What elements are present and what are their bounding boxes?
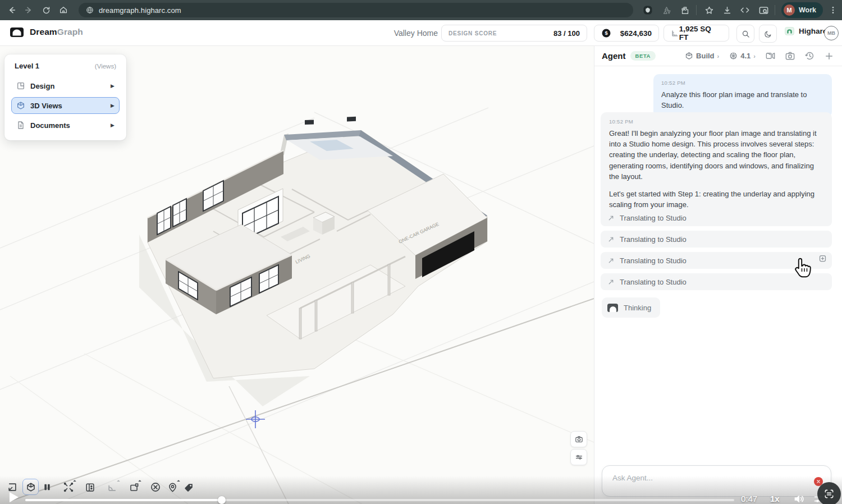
org-chip[interactable]: Higharc [785, 27, 827, 35]
dreamgraph-logo-icon [10, 28, 24, 37]
sidebar-item-design[interactable]: Design ▶ [11, 77, 120, 94]
tool-layout-button[interactable] [83, 480, 97, 494]
translate-arrow-icon [607, 236, 615, 243]
extension-recycle-button[interactable] [660, 3, 673, 17]
chevron-icon: › [717, 53, 720, 59]
video-scrubber-knob[interactable] [218, 496, 226, 504]
task-translating-3[interactable]: Translating to Studio [601, 252, 832, 269]
level-title: Level 1 [15, 62, 39, 70]
screenshot-view-button[interactable] [570, 431, 587, 447]
crescent-moon-icon [764, 30, 772, 38]
area-value: 1,925 SQ FT [679, 25, 722, 42]
project-name: Valley Home [392, 29, 438, 38]
build-label: Build [696, 52, 715, 60]
capture-view-icon[interactable] [765, 51, 776, 61]
tool-section-button[interactable] [40, 480, 54, 494]
add-to-canvas-icon [818, 254, 827, 263]
chevron-right-icon: ▶ [111, 83, 115, 89]
expand-task-button[interactable] [818, 254, 827, 263]
brand-bold: Dream [30, 27, 57, 36]
capture-overlay-button[interactable] [817, 482, 841, 504]
video-volume-button[interactable] [793, 493, 805, 504]
protractor-angle-icon [107, 482, 118, 493]
price-pill[interactable]: $ $624,630 [594, 25, 659, 42]
browser-profile-chip[interactable]: M Work [781, 2, 823, 18]
back-arrow-icon [7, 6, 16, 15]
browser-forward-button[interactable] [21, 3, 36, 17]
build-mode-selector[interactable]: Build › [685, 52, 719, 60]
thinking-label: Thinking [624, 304, 651, 312]
history-icon[interactable] [804, 51, 815, 61]
tool-draw-rectangle-button[interactable] [126, 480, 141, 494]
chevron-right-icon: ▶ [111, 103, 115, 108]
stop-x-icon [816, 479, 821, 484]
browser-menu-button[interactable] [826, 3, 840, 17]
tool-place-marker-button[interactable] [165, 480, 180, 494]
build-box-icon [685, 52, 693, 60]
pause-bars-icon [43, 483, 52, 492]
message-timestamp: 10:52 PM [661, 80, 824, 86]
translate-arrow-icon [607, 214, 615, 222]
brand-light: Graph [57, 27, 83, 36]
search-tabs-button[interactable] [757, 3, 770, 17]
tool-exclude-button[interactable] [148, 480, 163, 494]
chevron-right-icon: ▶ [111, 122, 115, 128]
sidebar-item-label: 3D Views [30, 102, 106, 110]
bookmark-star-button[interactable] [702, 3, 716, 17]
browser-reload-button[interactable] [39, 3, 53, 17]
user-avatar[interactable]: MB [824, 26, 839, 40]
agent-message-bubble: 10:52 PM Great! I'll begin analyzing you… [601, 112, 832, 218]
ask-agent-input[interactable] [611, 470, 799, 485]
kebab-menu-icon [829, 6, 838, 15]
beta-badge: BETA [630, 51, 656, 61]
agent-panel-header: Agent BETA Build › 4.1 › [594, 46, 842, 66]
sidebar-item-3d-views[interactable]: 3D Views ▶ [11, 97, 120, 114]
extension-badge-button[interactable] [641, 3, 655, 17]
video-speed-button[interactable]: 1x [770, 494, 780, 503]
browser-back-button[interactable] [4, 3, 19, 17]
model-version: 4.1 [740, 52, 751, 60]
tab-search-icon [758, 5, 769, 16]
extensions-menu-button[interactable] [678, 3, 692, 17]
task-label: Translating to Studio [620, 278, 687, 286]
code-icon [740, 5, 750, 15]
sidebar-item-documents[interactable]: Documents ▶ [11, 117, 120, 134]
theme-toggle-button[interactable] [759, 25, 777, 43]
svg-text:$: $ [605, 30, 608, 36]
chevron-icon: › [753, 53, 756, 59]
user-message-text: Analyze this floor plan image and transl… [661, 89, 824, 111]
home-icon [59, 6, 68, 15]
tool-fit-view-button[interactable] [61, 480, 76, 494]
forward-arrow-icon [24, 6, 33, 15]
view-settings-button[interactable] [570, 449, 587, 465]
search-button[interactable] [736, 25, 754, 43]
agent-title: Agent [602, 51, 626, 61]
design-score-value: 83 / 100 [553, 29, 580, 38]
task-translating-1[interactable]: Translating to Studio [601, 209, 832, 226]
task-label: Translating to Studio [620, 256, 687, 265]
video-play-button[interactable] [7, 491, 20, 504]
browser-home-button[interactable] [56, 3, 71, 17]
camera-icon[interactable] [785, 51, 795, 61]
downloads-button[interactable] [720, 3, 734, 17]
tool-angle-button[interactable] [105, 480, 120, 494]
area-pill[interactable]: 1,925 SQ FT [663, 25, 729, 42]
model-selector[interactable]: 4.1 › [729, 52, 756, 60]
new-chat-plus-icon[interactable] [824, 51, 834, 61]
map-pin-icon [167, 482, 178, 493]
profile-label: Work [799, 6, 816, 14]
devtools-button[interactable] [738, 3, 752, 17]
task-translating-2[interactable]: Translating to Studio [601, 231, 832, 248]
translate-arrow-icon [607, 278, 615, 286]
tool-3d-view-button[interactable] [22, 479, 39, 495]
floorplan-icon [16, 81, 25, 90]
tool-tag-button[interactable] [181, 480, 196, 494]
camera-icon [575, 435, 583, 443]
model-knot-icon [729, 52, 738, 60]
views-subtitle: (Views) [95, 63, 116, 70]
url-bar[interactable]: dreamgraph.higharc.com [79, 3, 633, 17]
design-score-pill[interactable]: DESIGN SCORE 83 / 100 [441, 25, 587, 42]
org-name: Higharc [799, 27, 827, 35]
ask-agent-box[interactable] [602, 465, 831, 497]
task-translating-4[interactable]: Translating to Studio [601, 273, 832, 290]
